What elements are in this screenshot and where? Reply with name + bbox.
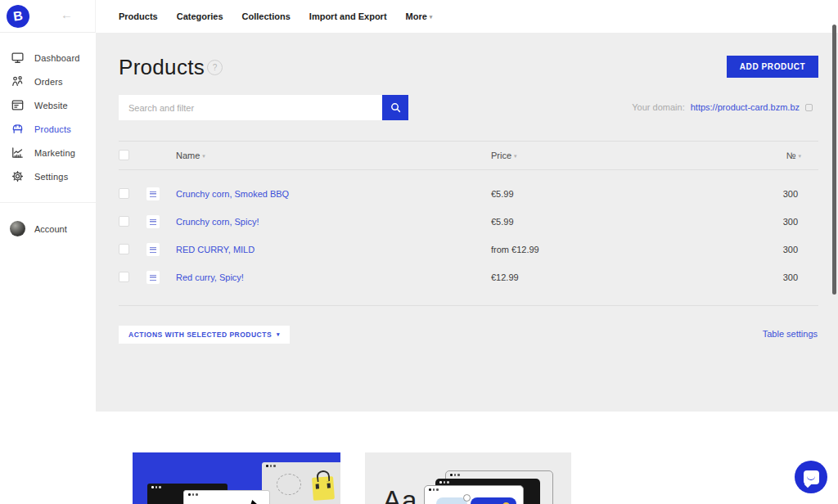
drag-lines <box>150 247 156 253</box>
tab-import-export[interactable]: Import and Export <box>309 11 387 21</box>
product-price: €5.99 <box>491 189 514 199</box>
brand-logo[interactable]: B <box>5 3 31 29</box>
domain-link[interactable]: https://product-card.bzm.bz <box>691 102 800 112</box>
sidebar-divider <box>0 202 96 203</box>
chevron-down-icon: ▾ <box>430 14 433 20</box>
column-header-price[interactable]: Price▾ <box>491 151 517 160</box>
chevron-down-icon: ▾ <box>277 331 280 338</box>
product-price: €5.99 <box>491 217 514 227</box>
table-header-divider <box>119 169 818 170</box>
gear-icon <box>11 169 25 183</box>
sidebar-item-website[interactable]: Website <box>0 93 96 117</box>
tab-collections[interactable]: Collections <box>242 11 291 21</box>
drag-lines <box>150 219 156 225</box>
tab-products[interactable]: Products <box>119 11 158 21</box>
sort-caret-icon: ▾ <box>202 153 205 159</box>
search-bar <box>119 95 408 120</box>
product-name-link[interactable]: Crunchy corn, Smoked BBQ <box>176 189 289 199</box>
product-price: €12.99 <box>491 272 519 282</box>
dashed-circle-doodle <box>277 474 301 495</box>
search-button[interactable] <box>382 95 408 120</box>
tab-categories[interactable]: Categories <box>177 11 223 21</box>
browser-icon <box>11 98 25 112</box>
sidebar-item-label: Website <box>34 101 68 110</box>
select-all-checkbox[interactable] <box>119 150 129 160</box>
top-navigation: Products Categories Collections Import a… <box>119 0 432 33</box>
people-icon <box>11 74 25 88</box>
domain-label: Your domain: <box>632 102 684 112</box>
tab-more-label: More <box>406 11 427 21</box>
copy-icon[interactable] <box>805 104 813 111</box>
button-illustration <box>471 497 516 504</box>
drag-handle-icon[interactable] <box>146 187 160 200</box>
page-title: Products <box>119 55 205 80</box>
browser-window-illustration <box>424 485 524 504</box>
sidebar-item-label: Dashboard <box>34 53 80 63</box>
main-content: Products ? ADD PRODUCT Your domain: http… <box>96 33 838 412</box>
avatar <box>10 221 25 236</box>
product-price: from €12.99 <box>491 245 539 254</box>
help-icon[interactable]: ? <box>207 60 223 75</box>
sidebar-item-label: Settings <box>34 172 68 182</box>
cursor-icon <box>249 500 259 504</box>
row-checkbox[interactable] <box>119 244 129 254</box>
sidebar-item-products[interactable]: Products <box>0 117 96 141</box>
logo-area: B ← <box>0 0 96 33</box>
table-header: Name▾ Price▾ №▾ <box>119 142 818 169</box>
drag-handle-icon[interactable] <box>146 215 160 228</box>
actions-label: ACTIONS WITH SELECTED PRODUCTS <box>128 331 272 339</box>
domain-row: Your domain: https://product-card.bzm.bz <box>632 102 813 112</box>
footer-section: Aa <box>96 412 838 504</box>
table-row: Red curry, Spicy! €12.99 300 <box>119 263 818 291</box>
column-header-name[interactable]: Name▾ <box>176 151 205 160</box>
table-row: Crunchy corn, Smoked BBQ €5.99 300 <box>119 180 818 208</box>
sidebar-item-label: Marketing <box>34 148 75 158</box>
product-name-link[interactable]: RED CURRY, MILD <box>176 245 255 254</box>
table-bottom-divider <box>119 305 818 306</box>
sidebar-item-marketing[interactable]: Marketing <box>0 141 96 164</box>
sidebar-item-label: Products <box>34 124 71 134</box>
product-qty: 300 <box>683 272 798 282</box>
sidebar-item-orders[interactable]: Orders <box>0 70 96 93</box>
storefront-icon <box>11 122 25 136</box>
row-checkbox[interactable] <box>119 216 129 227</box>
drag-handle-icon[interactable] <box>146 271 160 284</box>
product-qty: 300 <box>683 245 798 254</box>
actions-with-selected-button[interactable]: ACTIONS WITH SELECTED PRODUCTS ▾ <box>119 326 290 344</box>
chat-bubble-icon <box>804 470 819 484</box>
sidebar-item-label: Orders <box>34 77 63 87</box>
sidebar-item-account[interactable]: Account <box>0 217 96 241</box>
tab-more[interactable]: More▾ <box>406 11 433 21</box>
row-checkbox[interactable] <box>119 272 129 282</box>
chat-widget-button[interactable] <box>795 461 827 493</box>
browser-window-illustration <box>183 490 270 504</box>
table-row: Crunchy corn, Spicy! €5.99 300 <box>119 208 818 236</box>
typography-sample: Aa <box>383 485 417 504</box>
sidebar-item-dashboard[interactable]: Dashboard <box>0 46 96 70</box>
sort-caret-icon: ▾ <box>514 153 517 159</box>
sidebar-item-settings[interactable]: Settings <box>0 164 96 188</box>
shopping-bag-illustration <box>312 476 335 501</box>
sort-caret-icon: ▾ <box>798 153 801 159</box>
search-icon <box>390 101 402 114</box>
row-checkbox[interactable] <box>119 188 129 199</box>
drag-handle-icon[interactable] <box>146 243 160 256</box>
product-name-link[interactable]: Crunchy corn, Spicy! <box>176 217 259 227</box>
scrollbar[interactable] <box>832 25 836 295</box>
illustration-card-design[interactable]: Aa <box>365 452 571 504</box>
illustration-card-store[interactable] <box>133 452 340 504</box>
product-name-link[interactable]: Red curry, Spicy! <box>176 272 244 282</box>
top-bar: B ← Products Categories Collections Impo… <box>0 0 838 33</box>
add-product-button[interactable]: ADD PRODUCT <box>727 56 818 78</box>
monitor-icon <box>11 51 25 65</box>
column-price-label: Price <box>491 151 511 160</box>
product-rows: Crunchy corn, Smoked BBQ €5.99 300 Crunc… <box>119 180 818 291</box>
product-qty: 300 <box>683 217 798 227</box>
column-header-qty[interactable]: №▾ <box>683 151 801 160</box>
browser-window-illustration <box>262 462 340 504</box>
table-settings-link[interactable]: Table settings <box>763 329 818 339</box>
sidebar: Dashboard Orders Website Products Market… <box>0 33 96 504</box>
search-input[interactable] <box>119 95 382 120</box>
back-arrow-icon[interactable]: ← <box>61 7 73 21</box>
chart-icon <box>11 146 25 160</box>
